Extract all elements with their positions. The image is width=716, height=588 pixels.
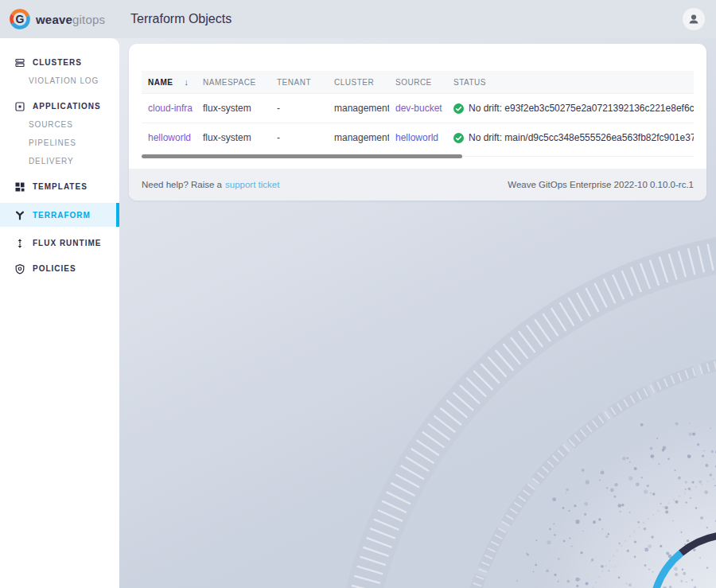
arrow-down-icon: ↓ bbox=[184, 77, 189, 87]
name-link[interactable]: cloud-infra bbox=[148, 103, 193, 114]
status-cell: No drift: main/d9c5cc348e555526ea563fb82… bbox=[453, 132, 687, 143]
clusters-icon bbox=[14, 57, 25, 68]
sidebar-item-pipelines[interactable]: PIPELINES bbox=[0, 134, 119, 152]
sidebar-item-clusters[interactable]: CLUSTERS bbox=[0, 53, 119, 72]
card-footer: Need help? Raise asupport ticket Weave G… bbox=[129, 169, 706, 201]
check-circle-icon bbox=[453, 133, 464, 143]
tenant-cell: - bbox=[270, 94, 328, 123]
name-link[interactable]: helloworld bbox=[148, 132, 191, 143]
column-header-status[interactable]: STATUS bbox=[447, 71, 694, 94]
table-row: cloud-infra flux-system - management dev… bbox=[142, 94, 694, 123]
cluster-cell: management bbox=[328, 123, 389, 153]
sidebar-item-label: FLUX RUNTIME bbox=[33, 239, 101, 247]
terraform-icon bbox=[14, 209, 25, 220]
namespace-cell: flux-system bbox=[197, 123, 270, 153]
namespace-cell: flux-system bbox=[197, 94, 270, 123]
terraform-objects-table: NAME↓ NAMESPACE TENANT CLUSTER SOURCE ST… bbox=[129, 44, 706, 169]
table-header-row: NAME↓ NAMESPACE TENANT CLUSTER SOURCE ST… bbox=[142, 71, 694, 94]
scrollbar-thumb[interactable] bbox=[142, 154, 462, 158]
policies-icon bbox=[14, 263, 25, 275]
column-header-namespace[interactable]: NAMESPACE bbox=[197, 71, 270, 94]
weave-gitops-logo[interactable]: G weavegitops bbox=[0, 9, 119, 29]
column-header-source[interactable]: SOURCE bbox=[389, 71, 447, 94]
source-link[interactable]: helloworld bbox=[395, 132, 438, 143]
page-title: Terraform Objects bbox=[130, 12, 232, 26]
check-circle-icon bbox=[453, 103, 464, 114]
sidebar-item-violation-log[interactable]: VIOLATION LOG bbox=[0, 72, 119, 90]
sidebar: CLUSTERS VIOLATION LOG APPLICATIONS SOUR… bbox=[0, 38, 119, 588]
svg-text:G: G bbox=[16, 13, 25, 25]
terraform-objects-card: NAME↓ NAMESPACE TENANT CLUSTER SOURCE ST… bbox=[129, 44, 706, 201]
account-icon bbox=[687, 12, 701, 26]
sidebar-item-label: PIPELINES bbox=[29, 138, 76, 147]
status-cell: No drift: e93f2eb3c50275e2a0721392136c22… bbox=[453, 103, 687, 114]
source-link[interactable]: dev-bucket bbox=[395, 103, 442, 114]
sidebar-item-label: DELIVERY bbox=[29, 157, 73, 165]
flux-runtime-icon bbox=[14, 238, 25, 249]
version-text: Weave GitOps Enterprise 2022-10 0.10.0-r… bbox=[508, 180, 694, 189]
sidebar-item-label: SOURCES bbox=[29, 120, 73, 129]
sidebar-item-label: APPLICATIONS bbox=[33, 102, 101, 111]
logo-wordmark: weavegitops bbox=[36, 13, 105, 26]
sidebar-item-applications[interactable]: APPLICATIONS bbox=[0, 97, 119, 115]
sidebar-item-terraform[interactable]: TERRAFORM bbox=[0, 203, 119, 227]
table-row: helloworld flux-system - management hell… bbox=[142, 123, 694, 153]
sidebar-item-flux-runtime[interactable]: FLUX RUNTIME bbox=[0, 234, 119, 252]
main-content: NAME↓ NAMESPACE TENANT CLUSTER SOURCE ST… bbox=[119, 38, 716, 588]
sidebar-item-label: POLICIES bbox=[33, 264, 76, 273]
help-text: Need help? Raise asupport ticket bbox=[142, 180, 279, 189]
weave-gitops-logo-icon: G bbox=[10, 9, 30, 29]
column-header-tenant[interactable]: TENANT bbox=[270, 71, 328, 94]
sidebar-item-templates[interactable]: TEMPLATES bbox=[0, 177, 119, 196]
top-bar: G weavegitops Terraform Objects bbox=[0, 0, 716, 38]
sidebar-item-label: CLUSTERS bbox=[33, 58, 82, 67]
sidebar-item-label: TEMPLATES bbox=[33, 182, 88, 191]
horizontal-scrollbar bbox=[142, 154, 694, 159]
sidebar-item-policies[interactable]: POLICIES bbox=[0, 259, 119, 278]
column-header-name[interactable]: NAME↓ bbox=[142, 71, 197, 94]
sidebar-item-label: TERRAFORM bbox=[33, 211, 91, 220]
templates-icon bbox=[14, 181, 25, 193]
sidebar-item-sources[interactable]: SOURCES bbox=[0, 115, 119, 134]
background-radial-decoration bbox=[119, 142, 716, 588]
applications-icon bbox=[14, 101, 25, 112]
cluster-cell: management bbox=[328, 94, 389, 123]
status-text: No drift: e93f2eb3c50275e2a0721392136c22… bbox=[469, 103, 694, 114]
sidebar-item-delivery[interactable]: DELIVERY bbox=[0, 152, 119, 170]
app-body: CLUSTERS VIOLATION LOG APPLICATIONS SOUR… bbox=[0, 38, 716, 588]
sidebar-item-label: VIOLATION LOG bbox=[29, 76, 99, 85]
tenant-cell: - bbox=[270, 123, 328, 153]
app-window: G weavegitops Terraform Objects bbox=[0, 0, 716, 588]
support-ticket-link[interactable]: support ticket bbox=[225, 180, 279, 189]
column-header-cluster[interactable]: CLUSTER bbox=[328, 71, 389, 94]
status-text: No drift: main/d9c5cc348e555526ea563fb82… bbox=[469, 132, 694, 143]
account-button[interactable] bbox=[683, 8, 705, 30]
